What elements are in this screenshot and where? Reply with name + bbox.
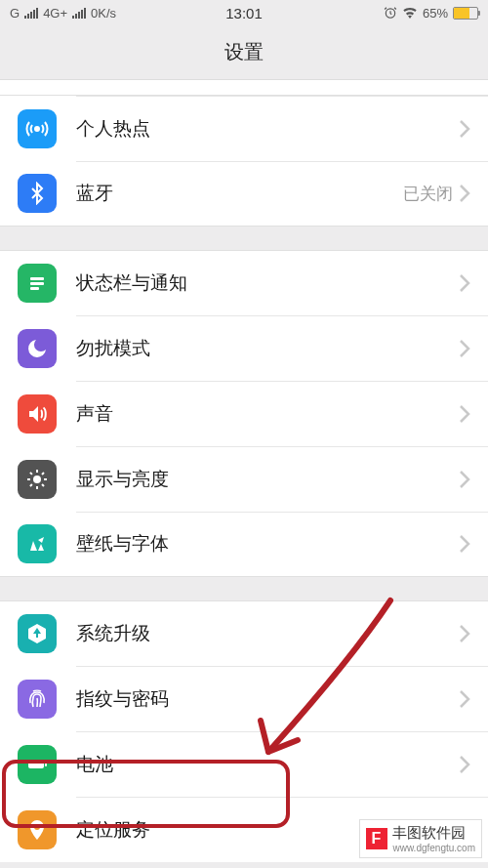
page-title: 设置	[224, 39, 264, 65]
row-label: 蓝牙	[76, 181, 403, 206]
row-dnd[interactable]: 勿扰模式	[0, 315, 488, 381]
row-battery[interactable]: 电池	[0, 731, 488, 797]
svg-rect-6	[28, 761, 44, 768]
sound-icon	[18, 394, 57, 434]
chevron-right-icon	[459, 184, 470, 203]
row-hotspot[interactable]: 个人热点	[0, 96, 488, 161]
svg-rect-3	[30, 282, 44, 285]
statusbar-icon	[18, 264, 57, 303]
row-label: 声音	[76, 401, 459, 427]
svg-rect-7	[45, 763, 47, 766]
page-header: 设置	[0, 25, 488, 80]
wifi-icon	[402, 7, 418, 19]
row-display[interactable]: 显示与亮度	[0, 446, 488, 512]
status-left: G 4G+ 0K/s	[10, 6, 116, 21]
chevron-right-icon	[459, 470, 470, 489]
fingerprint-icon	[18, 680, 57, 719]
chevron-right-icon	[459, 119, 470, 139]
location-icon	[18, 810, 57, 849]
hotspot-icon	[18, 109, 57, 148]
watermark-logo: F	[366, 828, 387, 849]
row-label: 电池	[76, 752, 459, 777]
signal-icon-2	[72, 8, 86, 19]
row-fingerprint[interactable]: 指纹与密码	[0, 666, 488, 731]
svg-point-5	[33, 475, 41, 483]
watermark-url: www.dgfengtu.com	[393, 843, 476, 853]
row-bluetooth[interactable]: 蓝牙 已关闭	[0, 161, 488, 227]
battery-level-icon	[453, 7, 478, 20]
signal-icon	[24, 8, 38, 19]
display-icon	[18, 460, 57, 499]
chevron-right-icon	[459, 689, 470, 709]
status-bar: G 4G+ 0K/s 13:01 65%	[0, 0, 488, 25]
row-label: 指纹与密码	[76, 686, 459, 712]
alarm-icon	[384, 6, 397, 20]
row-label: 系统升级	[76, 621, 459, 646]
row-label: 显示与亮度	[76, 467, 459, 492]
update-icon	[18, 614, 57, 653]
battery-pct: 65%	[423, 6, 448, 21]
wallpaper-icon	[18, 524, 57, 563]
watermark-name: 丰图软件园	[392, 824, 476, 843]
dnd-icon	[18, 329, 57, 368]
row-cut-prev[interactable]	[0, 80, 488, 96]
svg-point-1	[35, 127, 39, 131]
row-label: 壁纸与字体	[76, 531, 459, 557]
row-label: 勿扰模式	[76, 336, 459, 361]
data-rate: 0K/s	[91, 6, 116, 21]
chevron-right-icon	[459, 404, 470, 424]
svg-rect-4	[30, 287, 39, 290]
row-statusbar[interactable]: 状态栏与通知	[0, 250, 488, 315]
row-label: 个人热点	[76, 116, 459, 142]
row-sound[interactable]: 声音	[0, 381, 488, 446]
chevron-right-icon	[459, 339, 470, 358]
chevron-right-icon	[459, 755, 470, 774]
svg-rect-2	[30, 277, 44, 280]
watermark: F 丰图软件园 www.dgfengtu.com	[359, 819, 483, 858]
row-update[interactable]: 系统升级	[0, 600, 488, 666]
clock: 13:01	[225, 5, 263, 21]
network-type: 4G+	[43, 6, 67, 21]
row-wallpaper[interactable]: 壁纸与字体	[0, 512, 488, 577]
chevron-right-icon	[459, 534, 470, 554]
chevron-right-icon	[459, 624, 470, 643]
row-label: 状态栏与通知	[76, 270, 459, 296]
bluetooth-icon	[18, 174, 57, 213]
carrier-label: G	[10, 6, 20, 21]
battery-icon	[18, 745, 57, 784]
status-right: 65%	[384, 6, 478, 21]
chevron-right-icon	[459, 273, 470, 293]
row-value: 已关闭	[403, 183, 453, 205]
settings-list[interactable]: 个人热点 蓝牙 已关闭 状态栏与通知 勿扰模式 声音 显	[0, 80, 488, 868]
